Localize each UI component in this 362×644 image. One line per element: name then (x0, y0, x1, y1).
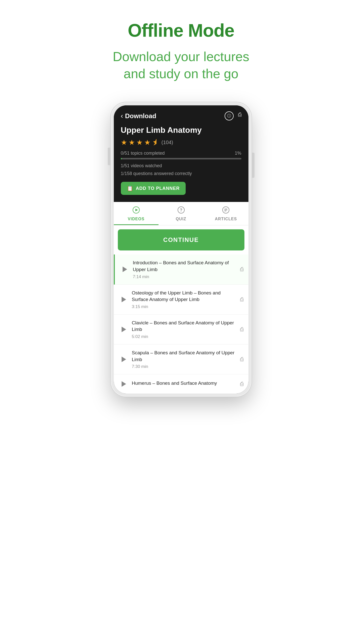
video-item-1[interactable]: Introduction – Bones and Surface Anatomy… (114, 254, 248, 284)
progress-bar-bg (121, 158, 241, 159)
star-2: ★ (129, 138, 135, 147)
video-info-3: Clavicle – Bones and Surface Anatomy of … (132, 320, 236, 339)
video-item-5[interactable]: Humerus – Bones and Surface Anatomy ⎙ (114, 374, 248, 394)
bookmark-icon-2[interactable]: ⎙ (240, 296, 243, 303)
tab-quiz[interactable]: ? QUIZ (159, 202, 203, 225)
tabs-row: VIDEOS ? QUIZ (114, 202, 248, 225)
video-info-4: Scapula – Bones and Surface Anatomy of U… (132, 350, 236, 369)
continue-button[interactable]: CONTINUE (118, 229, 244, 250)
videos-icon (133, 206, 140, 215)
tab-videos[interactable]: VIDEOS (114, 202, 159, 225)
play-icon-5 (119, 379, 128, 389)
page-title: Offline Mode (128, 20, 234, 41)
add-to-planner-button[interactable]: 📋 ADD TO PLANNER (121, 182, 186, 195)
svg-marker-1 (135, 209, 138, 211)
progress-bar-fill (121, 158, 122, 159)
video-info-1: Introduction – Bones and Surface Anatomy… (133, 260, 236, 279)
stats-text: 1/51 videos watched 1/158 questions answ… (121, 162, 241, 177)
back-icon[interactable]: ‹ (121, 112, 123, 120)
progress-section: 0/51 topics completed 1% 1/51 videos wat… (121, 151, 241, 177)
video-duration-3: 5:02 min (132, 334, 236, 339)
bookmark-icon-4[interactable]: ⎙ (240, 356, 243, 363)
svg-rect-6 (224, 210, 227, 210)
planner-icon: 📋 (127, 185, 133, 191)
phone-frame: ‹ Download ⓘ ⎙ Upper Limb Anatomy ★ ★ ★ (111, 102, 251, 397)
phone-header: ‹ Download ⓘ ⎙ Upper Limb Anatomy ★ ★ ★ (114, 105, 248, 202)
stars-row: ★ ★ ★ ★ ⯨ (104) (121, 138, 241, 147)
svg-rect-5 (224, 209, 227, 209)
tab-videos-label: VIDEOS (128, 217, 144, 221)
video-title-1: Introduction – Bones and Surface Anatomy… (133, 260, 236, 273)
star-4: ★ (144, 138, 150, 147)
articles-icon (222, 206, 229, 215)
course-title: Upper Limb Anatomy (121, 125, 241, 135)
play-icon-3 (119, 325, 128, 334)
nav-bar: ‹ Download ⓘ ⎙ (121, 111, 241, 120)
bookmark-nav-icon[interactable]: ⎙ (238, 111, 241, 120)
tab-quiz-label: QUIZ (176, 217, 186, 221)
svg-text:?: ? (180, 208, 182, 212)
page-subtitle: Download your lecturesand study on the g… (113, 48, 249, 82)
video-title-5: Humerus – Bones and Surface Anatomy (132, 380, 236, 387)
tab-articles[interactable]: ARTICLES (203, 202, 248, 225)
planner-btn-label: ADD TO PLANNER (136, 186, 180, 191)
play-icon-2 (119, 295, 128, 304)
video-duration-2: 3:15 min (132, 304, 236, 309)
play-icon-4 (119, 355, 128, 364)
star-1: ★ (121, 138, 127, 147)
nav-icons: ⓘ ⎙ (225, 111, 241, 120)
video-title-2: Osteology of the Upper Limb – Bones and … (132, 290, 236, 303)
video-info-5: Humerus – Bones and Surface Anatomy (132, 380, 236, 388)
video-title-4: Scapula – Bones and Surface Anatomy of U… (132, 350, 236, 363)
nav-left: ‹ Download (121, 112, 157, 120)
bookmark-icon-1[interactable]: ⎙ (240, 266, 243, 273)
video-item-2[interactable]: Osteology of the Upper Limb – Bones and … (114, 285, 248, 315)
videos-watched: 1/51 videos watched (121, 162, 241, 170)
video-duration-4: 7:30 min (132, 364, 236, 369)
phone-content: VIDEOS ? QUIZ (114, 202, 248, 394)
progress-label: 0/51 topics completed (121, 151, 165, 156)
video-info-2: Osteology of the Upper Limb – Bones and … (132, 290, 236, 309)
phone-screen: ‹ Download ⓘ ⎙ Upper Limb Anatomy ★ ★ ★ (114, 105, 248, 394)
info-icon[interactable]: ⓘ (225, 111, 234, 120)
quiz-icon: ? (178, 206, 185, 215)
star-5-half: ⯨ (152, 138, 159, 147)
page-wrapper: Offline Mode Download your lecturesand s… (0, 20, 362, 397)
play-icon-1 (120, 265, 129, 274)
bookmark-icon-3[interactable]: ⎙ (240, 326, 243, 333)
tab-articles-label: ARTICLES (215, 217, 237, 221)
svg-rect-7 (224, 211, 226, 211)
video-duration-1: 7:14 min (133, 274, 236, 279)
progress-percent: 1% (235, 151, 241, 156)
star-3: ★ (136, 138, 143, 147)
video-title-3: Clavicle – Bones and Surface Anatomy of … (132, 320, 236, 333)
video-item-4[interactable]: Scapula – Bones and Surface Anatomy of U… (114, 345, 248, 374)
video-item-3[interactable]: Clavicle – Bones and Surface Anatomy of … (114, 315, 248, 345)
nav-title: Download (125, 112, 156, 120)
progress-row: 0/51 topics completed 1% (121, 151, 241, 156)
video-list: Introduction – Bones and Surface Anatomy… (114, 254, 248, 394)
rating-count: (104) (162, 140, 173, 145)
questions-answered: 1/158 questions answered correctly (121, 170, 241, 178)
bookmark-icon-5[interactable]: ⎙ (240, 381, 243, 387)
